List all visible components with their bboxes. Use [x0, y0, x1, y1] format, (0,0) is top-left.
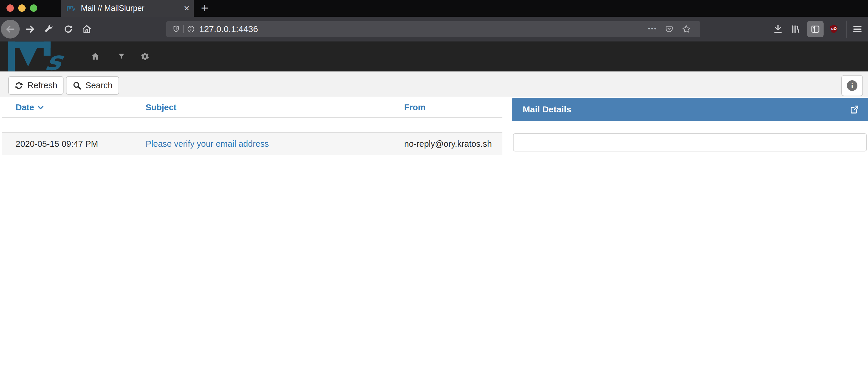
- site-info-icon[interactable]: [187, 25, 195, 33]
- address-bar[interactable]: 127.0.0.1:4436 •••: [166, 21, 700, 37]
- sort-descending-icon: [37, 104, 44, 112]
- wrench-icon[interactable]: [43, 24, 54, 34]
- mailslurper-logo: s: [8, 41, 73, 71]
- browser-tab[interactable]: s Mail // MailSlurper ✕: [61, 0, 194, 17]
- tab-close-icon[interactable]: ✕: [184, 0, 190, 17]
- mail-table-row[interactable]: 2020-05-15 09:47 PM Please verify your e…: [2, 132, 502, 155]
- home-button[interactable]: [82, 24, 92, 34]
- mail-details-header: Mail Details: [512, 98, 868, 121]
- macos-minimize-button[interactable]: [18, 4, 26, 12]
- url-text[interactable]: 127.0.0.1:4436: [199, 21, 258, 37]
- macos-close-button[interactable]: [6, 4, 14, 12]
- browser-tab-bar: s Mail // MailSlurper ✕ +: [0, 0, 868, 17]
- info-icon: i: [847, 80, 858, 91]
- site-header: s: [0, 41, 868, 71]
- external-link-icon[interactable]: [849, 104, 860, 114]
- sidebar-icon: [810, 24, 820, 34]
- column-header-from-label: From: [404, 103, 426, 112]
- mailslurper-window: s Mail // MailSlurper ✕ +: [0, 0, 868, 390]
- bookmark-star-icon[interactable]: [682, 24, 691, 34]
- page-actions-icon[interactable]: •••: [648, 21, 657, 37]
- column-header-subject-label: Subject: [146, 103, 177, 112]
- mail-details-title: Mail Details: [523, 98, 571, 121]
- refresh-button[interactable]: Refresh: [8, 76, 64, 95]
- browser-toolbar: 127.0.0.1:4436 •••: [0, 17, 868, 41]
- refresh-icon: [14, 81, 23, 90]
- sidebar-button[interactable]: [807, 21, 824, 37]
- nav-filter-icon[interactable]: [117, 52, 126, 61]
- toolbar-separator: [846, 21, 846, 38]
- forward-button[interactable]: [25, 24, 35, 34]
- urlbar-separator: [183, 25, 184, 33]
- list-toolbar: Refresh Search i: [0, 72, 868, 97]
- table-header-row: Date Subject From: [2, 97, 502, 118]
- menu-hamburger-button[interactable]: [852, 24, 863, 34]
- search-button-label: Search: [86, 81, 113, 90]
- tracking-shield-icon[interactable]: [172, 25, 180, 33]
- search-icon: [73, 81, 82, 90]
- macos-zoom-button[interactable]: [30, 4, 37, 12]
- page-content: Date Subject From 2020-05-15 09:47 PM Pl…: [0, 97, 868, 390]
- column-header-from[interactable]: From: [404, 103, 426, 112]
- mail-row-subject-link[interactable]: Please verify your email address: [146, 133, 269, 155]
- column-header-subject[interactable]: Subject: [146, 103, 177, 112]
- mail-details-body: [513, 133, 867, 151]
- nav-settings-gear-icon[interactable]: [140, 52, 150, 61]
- column-header-date-label: Date: [16, 103, 34, 112]
- column-header-date[interactable]: Date: [16, 103, 44, 112]
- back-button[interactable]: [1, 20, 20, 38]
- nav-home-icon[interactable]: [90, 52, 100, 61]
- mail-row-date: 2020-05-15 09:47 PM: [16, 133, 98, 155]
- reload-button[interactable]: [63, 24, 73, 34]
- new-tab-button[interactable]: +: [196, 0, 213, 17]
- back-arrow-icon: [5, 24, 16, 34]
- search-button[interactable]: Search: [66, 76, 119, 95]
- mailslurper-favicon-icon: s: [67, 6, 77, 11]
- ublock-badge-label: uO: [831, 27, 837, 31]
- empty-table-row: [2, 118, 502, 132]
- tab-title: Mail // MailSlurper: [81, 4, 145, 13]
- library-button[interactable]: [790, 24, 801, 34]
- downloads-button[interactable]: [773, 24, 783, 34]
- mail-row-from: no-reply@ory.kratos.sh: [404, 133, 492, 155]
- refresh-button-label: Refresh: [27, 81, 57, 90]
- ublock-origin-button[interactable]: uO: [829, 24, 839, 34]
- pocket-icon[interactable]: [665, 25, 674, 33]
- info-button[interactable]: i: [841, 75, 863, 96]
